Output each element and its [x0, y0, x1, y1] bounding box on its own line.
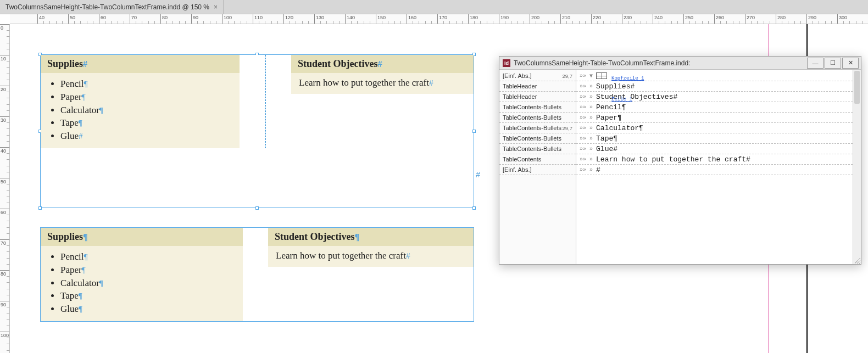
list-item: Calculator¶ — [60, 104, 232, 117]
list-item: Calculator¶ — [60, 277, 235, 290]
table-cell-bullets[interactable]: Pencil¶Paper¶Calculator¶Tape¶Glue# — [41, 73, 240, 148]
table-header-right[interactable]: Student Objectives¶ — [268, 228, 474, 246]
document-tab[interactable]: TwoColumnsSameHeight-Table-TwoColumnText… — [0, 0, 224, 14]
story-text-row[interactable]: »»»Tape¶ — [576, 133, 853, 144]
resize-handle[interactable] — [38, 206, 42, 210]
list-item: Glue# — [60, 130, 232, 143]
list-item: Paper¶ — [60, 264, 235, 277]
list-item: Pencil¶ — [60, 77, 232, 91]
horizontal-ruler[interactable]: 4050607080901001101201301401501601701801… — [10, 14, 868, 24]
story-style-row[interactable]: [Einf. Abs.]29,7 — [499, 71, 576, 81]
story-style-row[interactable]: TableContents — [499, 154, 576, 165]
panel-title: TwoColumnsSameHeight-Table-TwoColumnText… — [514, 59, 690, 67]
app-root: { "tab": { "title": "TwoColumnsSameHeigh… — [0, 0, 868, 353]
story-style-row[interactable]: TableContents-Bullets — [499, 102, 576, 113]
list-item: Glue¶ — [60, 302, 235, 316]
panel-body: [Einf. Abs.]29,7TableHeaderTableHeaderTa… — [499, 70, 861, 264]
close-icon[interactable]: × — [214, 3, 218, 11]
table-header-left[interactable]: Supplies¶ — [41, 228, 243, 246]
list-item: Pencil¶ — [60, 250, 235, 264]
document-table[interactable]: Supplies# Pencil¶Paper¶Calculator¶Tape¶G… — [41, 55, 474, 148]
list-item: Tape¶ — [60, 116, 232, 130]
story-style-row[interactable]: TableContents-Bullets29,7 — [499, 123, 576, 133]
column-gap — [243, 228, 268, 321]
story-style-row[interactable]: TableContents-Bullets — [499, 144, 576, 154]
table-cell-right[interactable]: Learn how to put together the craft# — [291, 73, 474, 94]
indesign-icon: Id — [503, 59, 510, 67]
story-text-row[interactable]: »»»# — [576, 165, 853, 175]
story-text-row[interactable]: »»»Pencil¶ — [576, 102, 853, 113]
table-header-right[interactable]: Student Objectives# — [291, 55, 474, 73]
story-editor-panel[interactable]: Id TwoColumnsSameHeight-Table-TwoColumnT… — [499, 56, 861, 265]
table-icon — [596, 72, 607, 79]
list-item: Paper¶ — [60, 91, 232, 104]
story-text-row[interactable]: »»»Calculator¶ — [576, 123, 853, 133]
list-item: Tape¶ — [60, 289, 235, 302]
resize-handle[interactable] — [472, 206, 476, 210]
scrollbar-vertical[interactable] — [853, 70, 861, 264]
story-style-row[interactable]: TableContents-Bullets — [499, 133, 576, 144]
story-text-row[interactable]: »»»Learn how to put together the craft# — [576, 154, 853, 165]
story-text-row[interactable]: »»»Glue# — [576, 144, 853, 154]
story-text-row[interactable]: »»»Paper¶ — [576, 113, 853, 123]
close-button[interactable]: ✕ — [842, 58, 859, 69]
panel-titlebar[interactable]: Id TwoColumnsSameHeight-Table-TwoColumnT… — [499, 57, 861, 70]
table-cell-right[interactable]: Learn how to put together the craft# — [268, 246, 474, 267]
document-table[interactable]: Supplies¶ Pencil¶Paper¶Calculator¶Tape¶G… — [41, 228, 474, 321]
story-style-row[interactable]: TableHeader — [499, 92, 576, 102]
column-gap — [240, 55, 265, 148]
document-canvas[interactable]: Supplies# Pencil¶Paper¶Calculator¶Tape¶G… — [10, 24, 868, 353]
story-style-row[interactable]: [Einf. Abs.] — [499, 165, 576, 175]
table-header-left[interactable]: Supplies# — [41, 55, 240, 73]
resize-grip[interactable] — [853, 256, 861, 264]
column-gap — [266, 55, 291, 148]
document-tab-title: TwoColumnsSameHeight-Table-TwoColumnText… — [5, 3, 209, 11]
story-styles-column[interactable]: [Einf. Abs.]29,7TableHeaderTableHeaderTa… — [499, 70, 576, 264]
story-style-row[interactable]: TableHeader — [499, 81, 576, 92]
table-cell-bullets[interactable]: Pencil¶Paper¶Calculator¶Tape¶Glue¶ — [41, 246, 243, 321]
story-text-column[interactable]: »»▼Kopfzeile 1»»»Supplies#»»»Student Obj… — [576, 70, 853, 264]
text-frame-selected[interactable]: Supplies# Pencil¶Paper¶Calculator¶Tape¶G… — [40, 54, 474, 208]
vertical-ruler[interactable]: 0102030405060708090100110120 — [0, 24, 10, 353]
text-frame[interactable]: Supplies¶ Pencil¶Paper¶Calculator¶Tape¶G… — [40, 227, 474, 322]
minimize-button[interactable]: — — [807, 58, 824, 69]
story-style-row[interactable]: TableContents-Bullets — [499, 113, 576, 123]
document-tab-bar: TwoColumnsSameHeight-Table-TwoColumnText… — [0, 0, 868, 14]
story-text-row[interactable]: »»»Supplies# — [576, 81, 853, 92]
scrollbar-thumb[interactable] — [854, 71, 860, 104]
maximize-button[interactable]: ☐ — [825, 58, 841, 69]
overset-text-icon: # — [476, 170, 480, 179]
resize-handle[interactable] — [255, 206, 259, 210]
